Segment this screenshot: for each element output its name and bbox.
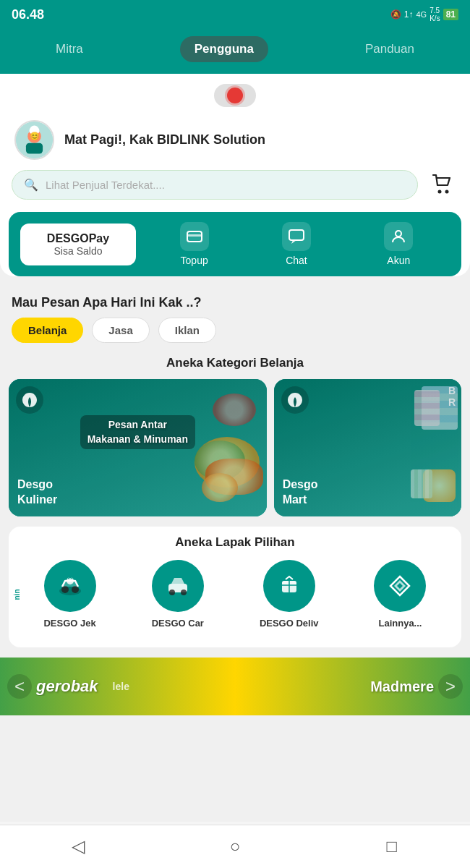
banner-content: gerobak lele Madmere bbox=[0, 677, 470, 696]
desgopay-panel: DESGOPay Sisa Saldo Topup bbox=[9, 212, 461, 276]
akun-icon bbox=[384, 222, 413, 251]
svg-rect-20 bbox=[174, 579, 181, 584]
network-icon: 4G bbox=[416, 10, 427, 19]
signal-icon: 1↑ bbox=[404, 9, 414, 20]
tab-panduan[interactable]: Panduan bbox=[351, 36, 429, 62]
status-icons: 🔕 1↑ 4G 7.5K/s 81 bbox=[390, 7, 458, 22]
desgo-logo-kuliner bbox=[20, 390, 40, 410]
akun-button[interactable]: Akun bbox=[384, 222, 413, 266]
search-bar[interactable]: 🔍 Lihat Penjual Terdekat.... bbox=[12, 170, 418, 200]
section-question: Mau Pesan Apa Hari Ini Kak ..? bbox=[0, 285, 470, 318]
deliv-label: DESGO Deliv bbox=[260, 618, 319, 629]
mute-icon: 🔕 bbox=[390, 9, 401, 20]
deliv-circle bbox=[263, 560, 315, 612]
lapak-item-car[interactable]: DESGO Car bbox=[152, 560, 204, 629]
lapak-item-jek[interactable]: DESGO Jek bbox=[43, 560, 95, 629]
battery-icon: 81 bbox=[443, 9, 458, 20]
lainnya-icon bbox=[386, 572, 414, 600]
svg-point-15 bbox=[72, 586, 79, 593]
avatar: 😊 bbox=[14, 120, 54, 160]
action-buttons: Topup Chat bbox=[143, 222, 450, 266]
topup-icon bbox=[180, 222, 209, 251]
cart-icon bbox=[430, 171, 456, 197]
car-circle bbox=[152, 560, 204, 612]
svg-rect-10 bbox=[289, 230, 304, 240]
status-bar: 06.48 🔕 1↑ 4G 7.5K/s 81 bbox=[0, 0, 470, 29]
car-icon bbox=[164, 572, 192, 600]
avatar-image: 😊 bbox=[16, 122, 53, 158]
banner-sub-text: lele bbox=[113, 681, 129, 692]
category-tabs: Belanja Jasa Iklan bbox=[0, 318, 470, 353]
desgo-kuliner-logo bbox=[16, 386, 43, 414]
search-row: 🔍 Lihat Penjual Terdekat.... bbox=[0, 169, 470, 212]
desgo-logo-mart bbox=[285, 390, 305, 410]
chat-icon bbox=[282, 222, 311, 251]
tab-pengguna[interactable]: Pengguna bbox=[180, 36, 268, 62]
topup-icon-svg bbox=[186, 228, 203, 245]
desgopay-card[interactable]: DESGOPay Sisa Saldo bbox=[20, 224, 136, 265]
banner-left-text: gerobak bbox=[36, 677, 98, 696]
food-card-kuliner[interactable]: Pesan AntarMakanan & Minuman DesgoKuline… bbox=[9, 379, 267, 516]
search-placeholder: Lihat Penjual Terdekat.... bbox=[46, 179, 165, 191]
lapak-icons: nin DESGO Jek bbox=[9, 560, 461, 629]
belanja-heading: Aneka Kategori Belanja bbox=[0, 353, 470, 379]
desgopay-title: DESGOPay bbox=[36, 232, 120, 245]
jek-label: DESGO Jek bbox=[43, 618, 95, 629]
svg-rect-9 bbox=[187, 234, 202, 237]
speed-icon: 7.5K/s bbox=[430, 7, 440, 22]
banner-arrow-left[interactable]: < bbox=[7, 674, 32, 699]
top-navigation: Mitra Pengguna Panduan bbox=[0, 29, 470, 74]
chat-icon-svg bbox=[288, 228, 305, 245]
greeting-row: 😊 Mat Pagi!, Kak BIDLINK Solution bbox=[0, 114, 470, 169]
avatar-svg: 😊 bbox=[16, 120, 53, 160]
svg-point-18 bbox=[169, 590, 175, 595]
search-icon: 🔍 bbox=[24, 178, 38, 192]
tab-belanja[interactable]: Belanja bbox=[12, 318, 83, 343]
svg-text:😊: 😊 bbox=[30, 131, 40, 141]
svg-point-19 bbox=[181, 590, 187, 595]
nav-home-button[interactable]: ○ bbox=[217, 832, 253, 861]
car-label: DESGO Car bbox=[152, 618, 204, 629]
nav-recent-button[interactable]: □ bbox=[374, 832, 410, 861]
lapak-item-lainnya[interactable]: Lainnya... bbox=[374, 560, 426, 629]
tab-mitra[interactable]: Mitra bbox=[41, 36, 98, 62]
top-card: 😊 Mat Pagi!, Kak BIDLINK Solution 🔍 Liha… bbox=[0, 74, 470, 276]
akun-icon-svg bbox=[390, 228, 407, 245]
chat-button[interactable]: Chat bbox=[282, 222, 311, 266]
main-content: 😊 Mat Pagi!, Kak BIDLINK Solution 🔍 Liha… bbox=[0, 74, 470, 822]
deliv-icon bbox=[275, 572, 303, 600]
lapak-side-text: nin bbox=[13, 589, 21, 600]
svg-rect-2 bbox=[26, 143, 43, 154]
tab-jasa[interactable]: Jasa bbox=[92, 318, 149, 343]
jek-icon bbox=[56, 572, 84, 600]
lapak-section: Aneka Lapak Pilihan nin DESGO Jek bbox=[9, 527, 461, 647]
lainnya-label: Lainnya... bbox=[379, 618, 422, 629]
desgopay-subtitle: Sisa Saldo bbox=[36, 245, 120, 257]
jek-circle bbox=[44, 560, 96, 612]
nav-back-button[interactable]: ◁ bbox=[60, 832, 96, 861]
topup-button[interactable]: Topup bbox=[180, 222, 209, 266]
chat-label: Chat bbox=[286, 255, 307, 266]
kuliner-banner-text: Pesan AntarMakanan & Minuman bbox=[9, 415, 267, 449]
svg-point-12 bbox=[396, 231, 401, 237]
svg-point-6 bbox=[438, 190, 442, 194]
lapak-item-deliv[interactable]: DESGO Deliv bbox=[260, 560, 319, 629]
svg-point-14 bbox=[61, 586, 69, 593]
lapak-heading: Aneka Lapak Pilihan bbox=[9, 535, 461, 550]
banner-arrow-right[interactable]: > bbox=[438, 674, 463, 699]
status-time: 06.48 bbox=[12, 7, 44, 22]
banner-right-text: Madmere bbox=[370, 678, 434, 695]
tab-iklan[interactable]: Iklan bbox=[158, 318, 216, 343]
cart-button[interactable] bbox=[427, 169, 458, 200]
akun-label: Akun bbox=[387, 255, 410, 266]
desgo-mart-logo bbox=[281, 386, 309, 414]
mart-label: DesgoMart bbox=[283, 477, 318, 508]
lainnya-circle bbox=[374, 560, 426, 612]
food-card-mart[interactable]: DesgoMart BR bbox=[274, 379, 461, 516]
record-dot bbox=[227, 88, 243, 103]
food-cards: Pesan AntarMakanan & Minuman DesgoKuline… bbox=[0, 379, 470, 516]
bottom-banner: < gerobak lele Madmere > bbox=[0, 658, 470, 715]
bottom-nav: ◁ ○ □ bbox=[0, 825, 470, 868]
record-dot-container bbox=[214, 84, 256, 107]
record-indicator bbox=[0, 74, 470, 114]
